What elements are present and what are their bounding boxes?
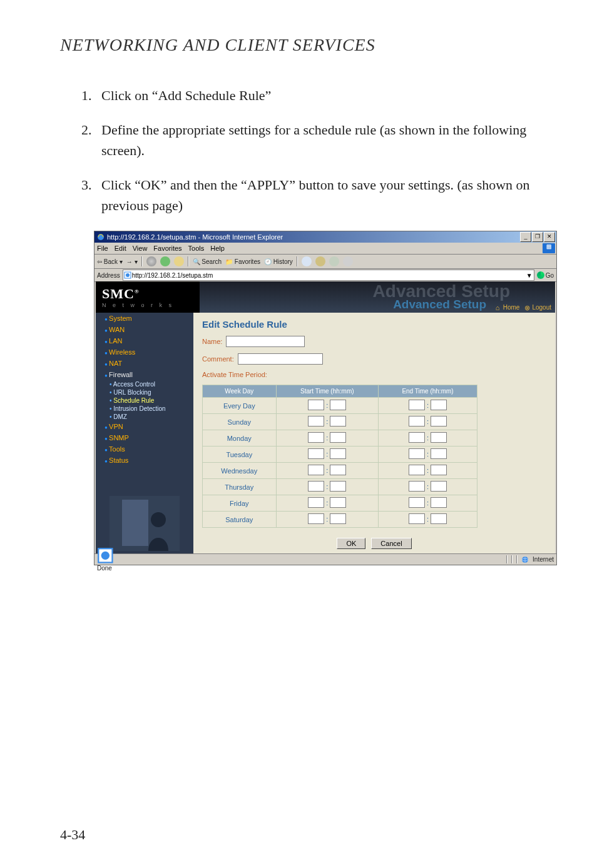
window-close-button[interactable]: ✕ [544, 232, 555, 242]
home-link[interactable]: Home [496, 304, 520, 311]
comment-input[interactable] [238, 353, 323, 365]
sidebar-sub-schedule-rule[interactable]: Schedule Rule [96, 396, 193, 405]
page-icon [124, 271, 131, 279]
sidebar-sub-dmz[interactable]: DMZ [96, 413, 193, 421]
table-row: Thursday:: [203, 479, 477, 495]
start-time-mm-input[interactable] [330, 513, 346, 524]
banner-title: Advanced Setup [393, 298, 486, 311]
comment-label: Comment: [202, 355, 234, 363]
sidebar-item-nat[interactable]: NAT [96, 358, 193, 369]
colon-label: : [326, 418, 328, 425]
sidebar-item-system[interactable]: System [96, 313, 193, 324]
schedule-table: Week Day Start Time (hh:mm) End Time (hh… [202, 385, 477, 528]
window-maximize-button[interactable]: ❐ [532, 232, 543, 242]
ie-statusbar: Done Internet [94, 553, 556, 565]
end-time-hh-input[interactable] [409, 448, 425, 459]
start-time-mm-input[interactable] [330, 465, 346, 475]
window-minimize-button[interactable]: _ [520, 232, 531, 242]
menu-view[interactable]: View [133, 245, 148, 252]
logout-link[interactable]: Logout [524, 304, 551, 311]
sidebar-sub-intrusion-detection[interactable]: Intrusion Detection [96, 405, 193, 413]
menu-file[interactable]: File [97, 245, 108, 252]
sidebar-sub-access-control[interactable]: Access Control [96, 380, 193, 388]
home-icon[interactable] [174, 256, 184, 266]
brand-text: SMC [102, 286, 135, 301]
menu-favorites[interactable]: Favorites [153, 245, 181, 252]
end-time-mm-input[interactable] [431, 465, 447, 475]
start-time-hh-input[interactable] [308, 432, 324, 443]
end-time-hh-input[interactable] [409, 497, 425, 508]
end-time-mm-input[interactable] [431, 432, 447, 443]
ie-toolbar: ⇦ Back ▾ → ▾ 🔍 Search 📁 Favorites 🕘 Hist… [94, 255, 556, 269]
search-button[interactable]: 🔍 Search [193, 258, 222, 265]
start-time-hh-input[interactable] [308, 465, 324, 475]
edit-icon[interactable] [329, 256, 339, 266]
print-icon[interactable] [315, 256, 325, 266]
end-time-hh-input[interactable] [409, 432, 425, 443]
end-time-mm-input[interactable] [431, 448, 447, 459]
colon-label: : [326, 450, 328, 458]
home-icon [496, 304, 502, 310]
stop-icon[interactable] [146, 256, 156, 266]
day-cell: Sunday [203, 414, 277, 430]
start-time-hh-input[interactable] [308, 497, 324, 508]
sidebar-item-wireless[interactable]: Wireless [96, 346, 193, 358]
discuss-icon[interactable] [343, 256, 353, 266]
end-time-mm-input[interactable] [431, 513, 447, 524]
table-row: Sunday:: [203, 414, 477, 430]
start-time-mm-input[interactable] [330, 400, 346, 410]
page-status-icon [97, 558, 114, 565]
end-time-mm-input[interactable] [431, 497, 447, 508]
forward-button[interactable]: → ▾ [126, 258, 138, 265]
history-button[interactable]: 🕘 History [264, 258, 293, 265]
end-time-mm-input[interactable] [431, 416, 447, 426]
name-input[interactable] [226, 336, 305, 347]
start-time-hh-input[interactable] [308, 448, 324, 459]
menu-help[interactable]: Help [210, 245, 225, 252]
ok-button[interactable]: OK [337, 538, 365, 549]
sidebar-item-snmp[interactable]: SNMP [96, 432, 193, 443]
start-time-mm-input[interactable] [330, 481, 346, 492]
start-time-hh-input[interactable] [308, 416, 324, 426]
end-time-hh-input[interactable] [409, 400, 425, 410]
start-time-mm-input[interactable] [330, 416, 346, 426]
end-time-hh-input[interactable] [409, 481, 425, 492]
favorites-button[interactable]: 📁 Favorites [225, 258, 260, 265]
start-time-mm-input[interactable] [330, 497, 346, 508]
cancel-button[interactable]: Cancel [371, 538, 411, 549]
start-time-cell: : [276, 430, 378, 447]
start-time-mm-input[interactable] [330, 448, 346, 459]
svg-rect-4 [122, 500, 148, 546]
end-time-mm-input[interactable] [431, 481, 447, 492]
end-time-mm-input[interactable] [431, 400, 447, 410]
end-time-cell: : [379, 414, 477, 430]
start-time-hh-input[interactable] [308, 481, 324, 492]
table-row: Friday:: [203, 495, 477, 512]
sidebar-item-firewall[interactable]: Firewall [96, 369, 193, 380]
address-input[interactable]: http://192.168.2.1/setupa.stm ▼ [123, 270, 534, 281]
sidebar-item-status[interactable]: Status [96, 455, 193, 466]
menu-tools[interactable]: Tools [188, 245, 205, 252]
colon-label: : [326, 467, 328, 474]
end-time-cell: : [379, 495, 477, 512]
end-time-hh-input[interactable] [409, 416, 425, 426]
start-time-hh-input[interactable] [308, 513, 324, 524]
back-button[interactable]: ⇦ Back ▾ [97, 258, 123, 265]
sidebar-item-lan[interactable]: LAN [96, 335, 193, 346]
sidebar-item-tools[interactable]: Tools [96, 443, 193, 455]
day-cell: Thursday [203, 479, 277, 495]
sidebar-item-vpn[interactable]: VPN [96, 421, 193, 432]
menu-edit[interactable]: Edit [115, 245, 126, 252]
end-time-cell: : [379, 512, 477, 528]
activate-label: Activate Time Period: [202, 371, 267, 378]
start-time-mm-input[interactable] [330, 432, 346, 443]
start-time-hh-input[interactable] [308, 400, 324, 410]
sidebar-item-wan[interactable]: WAN [96, 324, 193, 335]
address-dropdown-icon[interactable]: ▼ [526, 272, 534, 279]
end-time-hh-input[interactable] [409, 513, 425, 524]
go-button[interactable]: Go [537, 271, 554, 279]
sidebar-sub-url-blocking[interactable]: URL Blocking [96, 388, 193, 396]
mail-icon[interactable] [302, 256, 312, 266]
end-time-hh-input[interactable] [409, 465, 425, 475]
refresh-icon[interactable] [160, 256, 170, 266]
